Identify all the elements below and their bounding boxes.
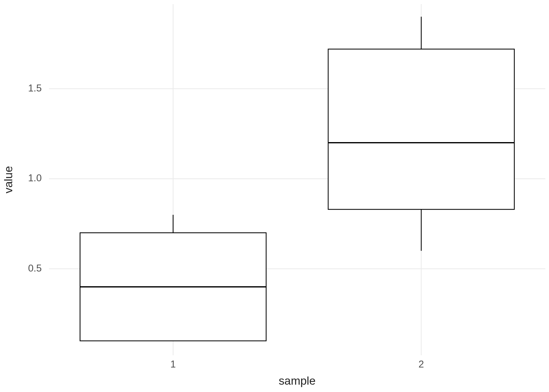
x-tick-label: 2 <box>419 359 424 370</box>
plot-svg: 0.51.01.512samplevalue <box>0 0 549 392</box>
x-axis-title: sample <box>279 374 315 387</box>
y-tick-label: 0.5 <box>28 263 42 274</box>
boxplot-chart: 0.51.01.512samplevalue <box>0 0 549 392</box>
y-tick-label: 1.5 <box>28 82 42 94</box>
y-tick-label: 1.0 <box>28 172 42 183</box>
y-axis-title: value <box>2 166 15 194</box>
box <box>328 49 514 209</box>
x-tick-label: 1 <box>170 359 176 370</box>
